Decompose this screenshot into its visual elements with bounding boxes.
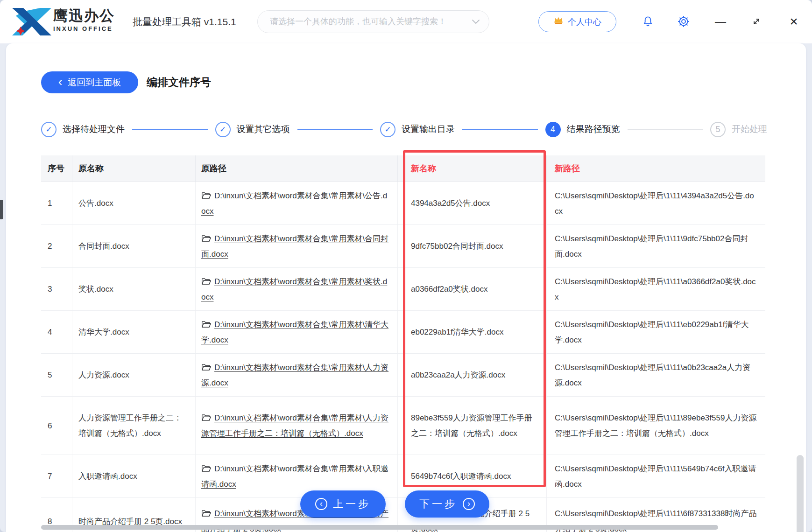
header-index: 序号 (41, 155, 72, 182)
notifications-bell-icon[interactable] (638, 12, 657, 31)
folder-icon (201, 363, 211, 371)
cell-old-path: D:\inxun\文档素材\word素材合集\常用素材\公告.docx (196, 182, 398, 224)
new-path-text: C:\Users\sqmil\Desktop\处理后\1\11\eb0229ab… (555, 317, 758, 348)
minimize-button[interactable]: — (711, 12, 730, 31)
cell-new-name: 9dfc75bb02合同封面.docx (398, 225, 547, 267)
folder-icon (201, 191, 211, 200)
new-name-text: 4394a3a2d5公告.docx (411, 196, 539, 211)
step-check-icon: ✓ (215, 122, 231, 137)
old-path-link[interactable]: D:\inxun\文档素材\word素材合集\常用素材\人力资源管理工作手册之二… (201, 410, 390, 441)
cell-new-path: C:\Users\sqmil\Desktop\处理后\1\11\9dfc75bb… (547, 225, 765, 267)
new-name-text: eb0229ab1f清华大学.docx (411, 324, 539, 340)
cell-new-name: 89ebe3f559人力资源管理工作手册之二：培训篇（无格式）.docx (398, 397, 547, 455)
new-name-text: 89ebe3f559人力资源管理工作手册之二：培训篇（无格式）.docx (411, 410, 539, 441)
cell-new-path: C:\Users\sqmil\Desktop\处理后\1\11\4394a3a2… (547, 182, 765, 224)
new-path-text: C:\Users\sqmil\Desktop\处理后\1\11\4394a3a2… (555, 188, 758, 219)
cell-new-path: C:\Users\sqmil\Desktop\处理后\1\11\a0b23caa… (547, 354, 765, 396)
cell-new-path: C:\Users\sqmil\Desktop\处理后\1\11\5649b74c… (547, 455, 765, 497)
next-step-button[interactable]: 下一步 › (405, 490, 489, 518)
prev-step-button[interactable]: ‹ 上一步 (300, 490, 386, 518)
cell-old-path: D:\inxun\文档素材\word素材合集\常用素材\清华大学.docx (196, 311, 398, 353)
close-button[interactable]: × (784, 12, 803, 31)
old-name-text: 清华大学.docx (78, 324, 188, 340)
cell-index: 7 (41, 455, 72, 497)
cell-old-name: 入职邀请函.docx (72, 455, 196, 497)
search-input[interactable] (269, 16, 466, 27)
cell-new-name: a0366df2a0奖状.docx (398, 268, 547, 310)
table-row: 2 合同封面.docx D:\inxun\文档素材\word素材合集\常用素材\… (41, 225, 765, 268)
old-path-text: D:\inxun\文档素材\word素材合集\常用素材\奖状.docx (201, 277, 387, 301)
app-window: 鹰迅办公 INXUN OFFICE 批量处理工具箱 v1.15.1 个人中心 (0, 0, 812, 532)
step-number-badge: 4 (545, 122, 561, 137)
user-center-label: 个人中心 (568, 16, 601, 28)
cell-old-name: 合同封面.docx (72, 225, 196, 267)
resize-button[interactable] (747, 12, 766, 31)
step-connector (132, 129, 208, 130)
cell-old-name: 人力资源.docx (72, 354, 196, 396)
step-connector (628, 129, 703, 130)
next-button-label: 下一步 (419, 497, 457, 511)
step-other-options: ✓ 设置其它选项 (215, 122, 290, 137)
step-check-icon: ✓ (380, 122, 395, 137)
step-output-dir: ✓ 设置输出目录 (380, 122, 455, 137)
old-path-text: D:\inxun\文档素材\word素材合集\常用素材\清华大学.docx (201, 320, 388, 344)
function-search-box[interactable] (257, 10, 489, 33)
step-result-preview: 4 结果路径预览 (545, 122, 620, 137)
header-new-name: 新名称 (398, 155, 547, 182)
old-name-text: 人力资源.docx (78, 367, 188, 383)
old-name-text: 公告.docx (78, 196, 188, 211)
wizard-steps: ✓ 选择待处理文件 ✓ 设置其它选项 ✓ 设置输出目录 4 结果路径预览 5 开… (41, 118, 767, 140)
row-index: 2 (48, 238, 67, 254)
old-path-link[interactable]: D:\inxun\文档素材\word素材合集\常用素材\人力资源.docx (201, 360, 390, 391)
close-icon: × (790, 12, 798, 31)
back-button-label: 返回到主面板 (68, 77, 121, 89)
header-new-path: 新路径 (547, 155, 765, 182)
chevron-down-icon[interactable] (472, 20, 480, 24)
settings-gear-icon[interactable] (674, 12, 693, 31)
step-label: 设置输出目录 (402, 123, 455, 135)
header-old-name: 原名称 (72, 155, 196, 182)
old-name-text: 人力资源管理工作手册之二：培训篇（无格式）.docx (78, 410, 188, 441)
cell-index: 6 (41, 397, 72, 455)
old-path-link[interactable]: D:\inxun\文档素材\word素材合集\常用素材\合同封面.docx (201, 231, 390, 262)
step-label: 选择待处理文件 (63, 123, 125, 135)
old-path-link[interactable]: D:\inxun\文档素材\word素材合集\常用素材\公告.docx (201, 188, 390, 219)
step-number-badge: 5 (710, 122, 726, 137)
new-name-text: a0b23caa2a人力资源.docx (411, 367, 539, 383)
page-title: 编排文件序号 (147, 75, 211, 90)
folder-icon (201, 509, 211, 518)
new-name-text: 9dfc75bb02合同封面.docx (411, 238, 539, 254)
old-name-text: 入职邀请函.docx (78, 469, 188, 484)
result-preview-table: 序号 原名称 原路径 新名称 新路径 1 公告.docx D:\inxun\文档… (41, 155, 765, 532)
new-path-text: C:\Users\sqmil\Desktop\处理后\1\11\89ebe3f5… (555, 410, 758, 441)
vertical-scrollbar-thumb[interactable] (797, 455, 804, 532)
new-path-text: C:\Users\sqmil\Desktop\处理后\1\11\a0b23caa… (555, 360, 758, 391)
row-index: 3 (48, 281, 67, 297)
prev-button-label: 上一步 (333, 497, 371, 511)
user-center-button[interactable]: 个人中心 (538, 11, 616, 32)
old-path-link[interactable]: D:\inxun\文档素材\word素材合集\常用素材\清华大学.docx (201, 317, 390, 348)
back-to-dashboard-button[interactable]: ‹ 返回到主面板 (41, 71, 138, 93)
old-path-link[interactable]: D:\inxun\文档素材\word素材合集\常用素材\入职邀请函.docx (201, 461, 390, 492)
resize-diagonal-icon (751, 16, 762, 27)
folder-icon (201, 234, 211, 243)
table-row: 7 入职邀请函.docx D:\inxun\文档素材\word素材合集\常用素材… (41, 455, 765, 498)
table-row: 1 公告.docx D:\inxun\文档素材\word素材合集\常用素材\公告… (41, 182, 765, 225)
minimize-icon: — (715, 15, 726, 28)
table-row: 6 人力资源管理工作手册之二：培训篇（无格式）.docx D:\inxun\文档… (41, 397, 765, 455)
cell-old-path: D:\inxun\文档素材\word素材合集\常用素材\合同封面.docx (196, 225, 398, 267)
old-path-text: D:\inxun\文档素材\word素材合集\常用素材\人力资源管理工作手册之二… (201, 413, 388, 438)
app-title: 批量处理工具箱 v1.15.1 (133, 0, 236, 43)
table-row: 4 清华大学.docx D:\inxun\文档素材\word素材合集\常用素材\… (41, 311, 765, 354)
horizontal-scrollbar-thumb[interactable] (41, 525, 718, 530)
cell-new-path: C:\Users\sqmil\Desktop\处理后\1\11\a0366df2… (547, 268, 765, 310)
cell-old-path: D:\inxun\文档素材\word素材合集\常用素材\奖状.docx (196, 268, 398, 310)
old-path-link[interactable]: D:\inxun\文档素材\word素材合集\常用素材\奖状.docx (201, 274, 390, 305)
table-row: 5 人力资源.docx D:\inxun\文档素材\word素材合集\常用素材\… (41, 354, 765, 397)
cell-old-name: 公告.docx (72, 182, 196, 224)
new-name-text: a0366df2a0奖状.docx (411, 281, 539, 297)
step-connector (462, 129, 538, 130)
brand-name-en: INXUN OFFICE (53, 24, 137, 34)
folder-icon (201, 464, 211, 473)
row-index: 7 (48, 469, 67, 484)
